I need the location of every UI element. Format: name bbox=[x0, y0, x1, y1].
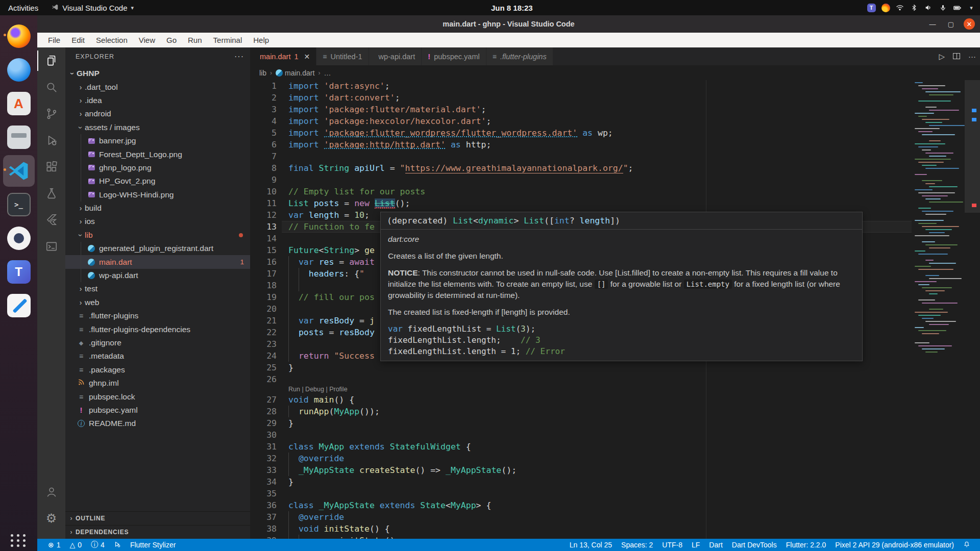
flutter-icon[interactable] bbox=[37, 207, 65, 233]
tree-item-ghnp-iml[interactable]: ghnp.iml bbox=[65, 377, 250, 390]
breadcrumb-item[interactable]: main.dart bbox=[276, 69, 314, 77]
code-line-39[interactable]: 39 super.initState(); bbox=[250, 535, 980, 539]
show-applications-icon[interactable] bbox=[0, 534, 37, 547]
menu-terminal[interactable]: Terminal bbox=[208, 36, 248, 44]
tree-item-readme-md[interactable]: iREADME.md bbox=[65, 417, 250, 430]
codelens-run-debug-profile[interactable]: Run | Debug | Profile bbox=[250, 385, 980, 394]
settings-icon[interactable]: ⚙ bbox=[37, 505, 65, 532]
code-line-31[interactable]: 31class MyApp extends StatefulWidget { bbox=[250, 441, 980, 453]
tab-wp-api-dart[interactable]: wp-api.dart bbox=[369, 47, 422, 65]
account-icon[interactable] bbox=[37, 479, 65, 505]
tree-item--idea[interactable]: ›.idea bbox=[65, 94, 250, 107]
menu-edit[interactable]: Edit bbox=[66, 36, 90, 44]
code-line-36[interactable]: 36class _MyAppState extends State<MyApp>… bbox=[250, 499, 980, 511]
text-editor-dock-icon[interactable] bbox=[3, 290, 35, 321]
firebase-icon[interactable] bbox=[881, 3, 890, 12]
activities-button[interactable]: Activities bbox=[0, 0, 46, 15]
explorer-icon[interactable] bbox=[37, 47, 65, 74]
tree-root-ghnp[interactable]: ›GHNP bbox=[65, 67, 250, 80]
code-line-35[interactable]: 35 bbox=[250, 488, 980, 499]
tree-item-web[interactable]: ›web bbox=[65, 296, 250, 309]
search-icon[interactable] bbox=[37, 74, 65, 101]
close-button[interactable]: ✕ bbox=[964, 18, 975, 30]
section-dependencies[interactable]: ›DEPENDENCIES bbox=[65, 525, 250, 539]
tab-untitled-1[interactable]: ≡Untitled-1 bbox=[316, 47, 369, 65]
tree-item--packages[interactable]: ≡.packages bbox=[65, 363, 250, 377]
tree-item-pubspec-lock[interactable]: ≡pubspec.lock bbox=[65, 390, 250, 403]
tab-main-dart[interactable]: main.dart1✕ bbox=[250, 47, 316, 65]
tab--flutter-plugins[interactable]: ≡.flutter-plugins bbox=[486, 47, 553, 65]
status-bell-icon[interactable] bbox=[959, 541, 975, 549]
menu-selection[interactable]: Selection bbox=[90, 36, 133, 44]
code-line-10[interactable]: 10// Empty list for our posts bbox=[250, 186, 980, 197]
breadcrumb-item[interactable]: lib bbox=[259, 69, 266, 77]
extensions-icon[interactable] bbox=[37, 154, 65, 180]
status-lf[interactable]: LF bbox=[687, 541, 704, 549]
minimize-button[interactable]: — bbox=[927, 18, 938, 30]
status-ln-13-col-25[interactable]: Ln 13, Col 25 bbox=[565, 541, 617, 549]
breadcrumb-item[interactable]: … bbox=[324, 69, 331, 77]
tree-item-test[interactable]: ›test bbox=[65, 282, 250, 295]
volume-icon[interactable] bbox=[924, 3, 933, 12]
code-line-11[interactable]: 11List posts = new List(); bbox=[250, 197, 980, 209]
code-line-32[interactable]: 32 @override bbox=[250, 453, 980, 464]
thunderbird-dock-icon[interactable] bbox=[3, 54, 35, 86]
tree-item-logo-whs-hindi-png[interactable]: Logo-WHS-Hindi.png bbox=[65, 188, 250, 202]
status-error[interactable]: ⊗1 bbox=[43, 539, 65, 551]
focused-app-menu[interactable]: Visual Studio Code ▾ bbox=[46, 4, 139, 12]
code-line-9[interactable]: 9 bbox=[250, 174, 980, 186]
status-info[interactable]: ⓘ4 bbox=[86, 539, 109, 551]
code-line-1[interactable]: 1import 'dart:async'; bbox=[250, 80, 980, 92]
source-control-icon[interactable] bbox=[37, 101, 65, 127]
menu-file[interactable]: File bbox=[42, 36, 66, 44]
teams-icon[interactable]: T bbox=[867, 3, 876, 12]
tree-item-wp-api-dart[interactable]: wp-api.dart bbox=[65, 269, 250, 282]
code-line-7[interactable]: 7 bbox=[250, 151, 980, 162]
tree-item-forest-deptt-logo-png[interactable]: Forest_Deptt_Logo.png bbox=[65, 147, 250, 161]
code-line-34[interactable]: 34} bbox=[250, 476, 980, 488]
tree-item--gitignore[interactable]: ◆.gitignore bbox=[65, 336, 250, 349]
tree-item-ios[interactable]: ›ios bbox=[65, 215, 250, 228]
tree-item-build[interactable]: ›build bbox=[65, 202, 250, 215]
code-line-4[interactable]: 4import 'package:hexcolor/hexcolor.dart'… bbox=[250, 115, 980, 127]
wifi-icon[interactable] bbox=[895, 3, 904, 12]
status-dart[interactable]: Dart bbox=[704, 541, 727, 549]
system-tray[interactable]: T▾ bbox=[867, 0, 976, 15]
menu-run[interactable]: Run bbox=[182, 36, 208, 44]
tree-item-ghnp-logo-png[interactable]: ghnp_logo.png bbox=[65, 161, 250, 174]
chevron-down-icon[interactable]: ▾ bbox=[967, 3, 976, 12]
terminal-dock-icon[interactable]: >_ bbox=[3, 189, 35, 220]
menu-go[interactable]: Go bbox=[161, 36, 182, 44]
tree-item-main-dart[interactable]: main.dart1 bbox=[65, 255, 250, 268]
menu-help[interactable]: Help bbox=[248, 36, 275, 44]
code-line-3[interactable]: 3import 'package:flutter/material.dart'; bbox=[250, 104, 980, 115]
breadcrumb[interactable]: lib›main.dart›… bbox=[250, 65, 980, 80]
menu-view[interactable]: View bbox=[133, 36, 161, 44]
code-line-5[interactable]: 5import 'package:flutter_wordpress/flutt… bbox=[250, 127, 980, 139]
tree-item-pubspec-yaml[interactable]: !pubspec.yaml bbox=[65, 404, 250, 417]
bluetooth-icon[interactable] bbox=[910, 3, 919, 12]
window-titlebar[interactable]: main.dart - ghnp - Visual Studio Code — … bbox=[37, 15, 980, 33]
code-line-27[interactable]: 27void main() { bbox=[250, 394, 980, 406]
testing-icon[interactable] bbox=[37, 180, 65, 207]
code-line-6[interactable]: 6import 'package:http/http.dart' as http… bbox=[250, 139, 980, 151]
software-store-dock-icon[interactable]: A bbox=[3, 88, 35, 119]
teams-dock-icon[interactable]: T bbox=[3, 256, 35, 288]
run-icon[interactable]: ▷ bbox=[939, 52, 945, 61]
status-pixel-2-api-29-android-x86-emulator-[interactable]: Pixel 2 API 29 (android-x86 emulator) bbox=[830, 541, 959, 549]
tree-item-generated-plugin-registrant-dart[interactable]: generated_plugin_registrant.dart bbox=[65, 242, 250, 255]
tree-item-lib[interactable]: ›lib bbox=[65, 229, 250, 242]
maximize-button[interactable]: ▢ bbox=[945, 18, 957, 30]
status-dart-devtools[interactable]: Dart DevTools bbox=[727, 541, 781, 549]
split-editor-icon[interactable] bbox=[953, 52, 960, 61]
code-line-8[interactable]: 8final String apiUrl = "https://www.grea… bbox=[250, 162, 980, 174]
run-debug-icon[interactable] bbox=[37, 127, 65, 154]
code-line-37[interactable]: 37 @override bbox=[250, 511, 980, 523]
close-tab-icon[interactable]: ✕ bbox=[304, 53, 310, 61]
tree-item--flutter-plugins-dependencies[interactable]: ≡.flutter-plugins-dependencies bbox=[65, 322, 250, 336]
battery-icon[interactable] bbox=[952, 3, 962, 12]
code-line-28[interactable]: 28 runApp(MyApp()); bbox=[250, 406, 980, 417]
firefox-dock-icon[interactable] bbox=[3, 20, 35, 52]
minimap[interactable] bbox=[913, 80, 964, 539]
code-line-30[interactable]: 30 bbox=[250, 429, 980, 441]
